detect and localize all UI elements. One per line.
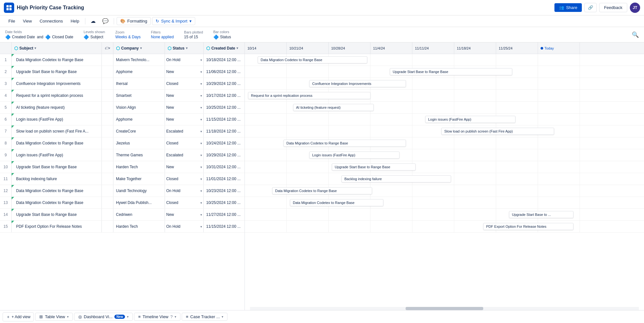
row-status[interactable]: New ▾ <box>165 209 204 220</box>
status-dropdown-arrow[interactable]: ▾ <box>200 130 202 133</box>
gantt-bar[interactable]: Login issues (FastFire App) <box>425 116 515 123</box>
gantt-bar[interactable]: Login issues (FastFire App) <box>309 152 399 159</box>
table-row[interactable]: 1 Data Migration Codetex to Range Base M… <box>0 54 245 66</box>
menu-help[interactable]: Help <box>67 17 82 25</box>
sync-button[interactable]: ↻ Sync & Import ▾ <box>152 17 195 25</box>
table-row[interactable]: 12 Data Migration Codetex to Range Base … <box>0 185 245 197</box>
gantt-bar[interactable]: Confluence Integration Improvements <box>309 80 406 87</box>
table-row[interactable]: 15 PDF Export Option For Release Notes H… <box>0 221 245 233</box>
table-row[interactable]: 4 Request for a sprint replication proce… <box>0 90 245 102</box>
cloud-icon-btn[interactable]: ☁ <box>88 17 98 25</box>
table-row[interactable]: 5 AI ticketing (feature request) Vision … <box>0 102 245 114</box>
table-row[interactable]: 6 Login issues (FastFire App) Apphome Ne… <box>0 114 245 125</box>
col-header-tag[interactable]: 🏷 ▾ <box>102 42 113 54</box>
gantt-bar[interactable]: Upgrade Start Base to Range Base <box>332 163 416 171</box>
row-status[interactable]: New ▾ <box>165 161 204 173</box>
col-header-company[interactable]: ⬡ Company ▾ <box>113 42 165 54</box>
status-dropdown-arrow[interactable]: ▾ <box>200 58 202 62</box>
gantt-cell <box>538 149 580 161</box>
tab-dashboard[interactable]: ◎ Dashboard Vi... New ▾ <box>74 313 133 321</box>
gantt-cell <box>329 125 370 137</box>
row-status[interactable]: Closed ▾ <box>165 173 204 185</box>
status-dropdown-arrow[interactable]: ▾ <box>200 153 202 157</box>
table-row[interactable]: 2 Upgrade Start Base to Range Base Appho… <box>0 66 245 78</box>
gantt-bar[interactable]: Data Migration Codetex to Range Base <box>272 187 372 194</box>
add-view-button[interactable]: ＋ + Add view <box>3 312 34 321</box>
link-button[interactable]: 🔗 <box>584 3 597 12</box>
gantt-cell <box>496 173 538 185</box>
table-row[interactable]: 11 Backlog indexing failure Make Togethe… <box>0 173 245 185</box>
col-header-created[interactable]: ⬡ Created Date ▾ <box>204 46 245 51</box>
row-status[interactable]: New ▾ <box>165 66 204 78</box>
status-dropdown-arrow[interactable]: ▾ <box>200 142 202 145</box>
menu-view[interactable]: View <box>20 17 35 25</box>
status-dropdown-arrow[interactable]: ▾ <box>200 201 202 205</box>
subject-sort-icon[interactable]: ▾ <box>34 46 36 50</box>
status-dropdown-arrow[interactable]: ▾ <box>200 82 202 86</box>
gantt-bar[interactable]: Data Migration Codetex to Range Base <box>258 56 367 63</box>
gantt-bar[interactable]: Data Migration Codetex to Range Base <box>284 140 406 147</box>
status-dropdown-arrow[interactable]: ▾ <box>200 118 202 121</box>
gantt-bar[interactable]: AI ticketing (feature request) <box>293 104 374 111</box>
status-dropdown-arrow[interactable]: ▾ <box>200 189 202 193</box>
table-row[interactable]: 8 Data Migration Codetex to Range Base J… <box>0 137 245 149</box>
gantt-bar[interactable]: Upgrade Start Base to ... <box>509 211 573 218</box>
row-status[interactable]: On Hold ▾ <box>165 54 204 66</box>
status-sort-icon[interactable]: ▾ <box>186 46 187 50</box>
row-status[interactable]: Closed ▾ <box>165 137 204 149</box>
row-status[interactable]: On Hold ▾ <box>165 221 204 232</box>
status-dropdown-arrow[interactable]: ▾ <box>200 177 202 181</box>
row-company: Smartxet <box>113 90 165 101</box>
gantt-bar[interactable]: Backlog indexing failure <box>341 175 451 182</box>
tab-table-view[interactable]: ⊞ Table View ▾ <box>35 313 73 321</box>
gantt-bar[interactable]: Upgrade Start Base to Range Base <box>390 68 512 75</box>
row-status[interactable]: Escalated ▾ <box>165 149 204 161</box>
gantt-row: Login issues (FastFire App) <box>245 149 644 161</box>
gantt-bar[interactable]: Slow load on publish screen (Fast Fire A… <box>441 128 554 135</box>
row-status[interactable]: Escalated ▾ <box>165 125 204 137</box>
tab-timeline[interactable]: ≡ Timeline View ? ▾ <box>134 313 180 321</box>
status-dropdown-arrow[interactable]: ▾ <box>200 94 202 97</box>
row-created: 11/18/2024 12:00 ... <box>204 125 245 137</box>
search-icon[interactable]: 🔍 <box>632 31 639 38</box>
col-header-status[interactable]: ⬡ Status ▾ <box>165 42 204 54</box>
feedback-button[interactable]: Feedback <box>599 3 627 12</box>
comment-icon-btn[interactable]: 💬 <box>100 17 111 25</box>
gantt-bar[interactable]: PDF Export Option For Release Notes <box>483 223 573 230</box>
menu-connections[interactable]: Connections <box>36 17 66 25</box>
table-row[interactable]: 10 Upgrade Start Base to Range Base Hard… <box>0 161 245 173</box>
created-sort-icon[interactable]: ▾ <box>236 46 238 50</box>
tab-case-tracker[interactable]: ≡ Case Tracker ... ▾ <box>182 313 227 321</box>
status-dropdown-arrow[interactable]: ▾ <box>200 106 202 109</box>
row-status[interactable]: On Hold ▾ <box>165 185 204 197</box>
table-row[interactable]: 7 Slow load on publish screen (Fast Fire… <box>0 125 245 137</box>
formatting-button[interactable]: 🎨 Formatting <box>117 17 151 25</box>
status-dropdown-arrow[interactable]: ▾ <box>200 165 202 169</box>
row-tag <box>102 161 113 173</box>
menu-file[interactable]: File <box>5 17 18 25</box>
row-status[interactable]: New ▾ <box>165 90 204 101</box>
company-sort-icon[interactable]: ▾ <box>140 46 142 50</box>
gantt-bar[interactable]: Data Migration Codetex to Range Base <box>290 199 383 206</box>
gantt-bar[interactable]: Request for a sprint replication process <box>248 92 370 99</box>
gantt-scrollbar[interactable] <box>250 307 639 310</box>
table-row[interactable]: 3 Confluence Integration Improvements Ih… <box>0 78 245 90</box>
status-dropdown-arrow[interactable]: ▾ <box>200 213 202 217</box>
gantt-cell <box>245 125 287 137</box>
row-status[interactable]: New ▾ <box>165 114 204 125</box>
table-row[interactable]: 13 Data Migration Codetex to Range Base … <box>0 197 245 209</box>
col-header-subject[interactable]: ⬡ Subject ▾ <box>12 42 102 54</box>
table-row[interactable]: 9 Login issues (FastFire App) Therme Gam… <box>0 149 245 161</box>
zoom-value[interactable]: Weeks & Days <box>115 35 140 39</box>
share-button[interactable]: 👥 Share <box>554 3 582 12</box>
gantt-scrollbar-thumb[interactable] <box>406 307 483 310</box>
row-status[interactable]: New ▾ <box>165 102 204 113</box>
row-status[interactable]: Closed ▾ <box>165 197 204 208</box>
status-dropdown-arrow[interactable]: ▾ <box>200 70 202 74</box>
table-row[interactable]: 14 Upgrade Start Base to Range Base Cedr… <box>0 209 245 221</box>
row-status[interactable]: Closed ▾ <box>165 78 204 89</box>
filters-value[interactable]: None applied <box>151 35 174 39</box>
tag-sort-icon[interactable]: ▾ <box>109 46 110 50</box>
status-dropdown-arrow[interactable]: ▾ <box>200 225 202 228</box>
avatar[interactable]: JT <box>630 3 640 13</box>
